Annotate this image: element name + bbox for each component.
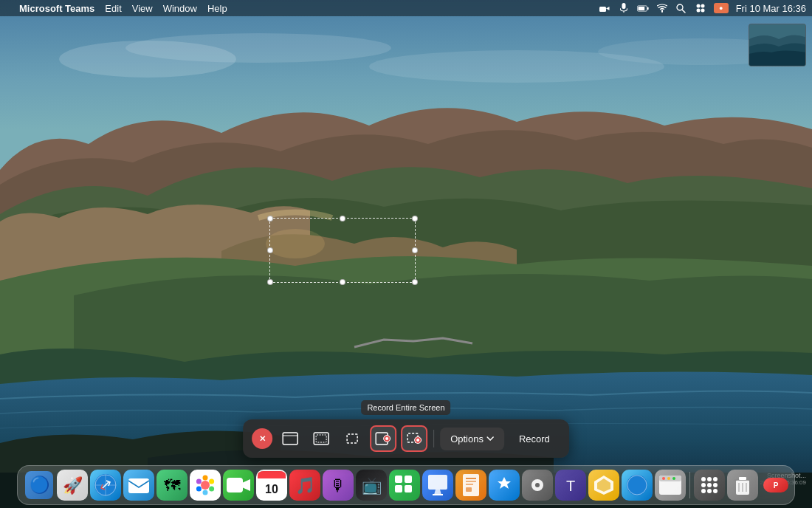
control-center-menubar-icon[interactable] — [695, 2, 706, 14]
svg-point-42 — [209, 479, 214, 484]
toolbar-divider — [433, 430, 434, 447]
svg-point-2 — [125, 33, 391, 63]
dock-item-pages[interactable] — [455, 470, 486, 501]
svg-point-13 — [677, 4, 683, 10]
svg-rect-59 — [428, 475, 447, 490]
svg-point-77 — [672, 477, 675, 480]
svg-point-75 — [662, 477, 665, 480]
menu-bar-left: Microsoft Teams Edit View Window Help — [6, 3, 227, 14]
record-label: Record — [519, 433, 550, 444]
dock-item-podcasts[interactable]: 🎙 — [323, 470, 354, 501]
svg-point-67 — [535, 483, 540, 487]
svg-rect-24 — [347, 434, 357, 443]
svg-point-79 — [707, 477, 712, 481]
dock-item-photos[interactable] — [190, 470, 221, 501]
svg-point-40 — [201, 481, 210, 490]
dock-item-teams[interactable]: T — [555, 470, 586, 501]
svg-rect-57 — [395, 485, 402, 492]
dock-item-finder[interactable]: 🔵 — [24, 470, 55, 501]
svg-point-83 — [713, 483, 718, 487]
screenshot-preview — [749, 24, 805, 66]
svg-point-84 — [701, 489, 706, 493]
svg-point-5 — [266, 229, 325, 258]
svg-text:🎙: 🎙 — [330, 476, 346, 495]
menu-bar: Microsoft Teams Edit View Window Help — [0, 0, 812, 16]
svg-rect-8 — [622, 3, 625, 9]
svg-rect-61 — [463, 474, 479, 496]
dock-item-appstore[interactable] — [489, 470, 520, 501]
dock-item-music[interactable]: 🎵 — [289, 470, 320, 501]
svg-rect-12 — [638, 6, 644, 10]
svg-text:📺: 📺 — [362, 476, 382, 495]
dock-item-trash[interactable] — [727, 470, 758, 501]
capture-fullscreen-button[interactable] — [308, 425, 334, 452]
dock-item-finder-window[interactable] — [655, 470, 686, 501]
menu-edit[interactable]: Edit — [105, 3, 121, 14]
toolbar-close-button[interactable]: ✕ — [252, 428, 272, 449]
svg-rect-50 — [258, 475, 286, 478]
dock-item-systemprefs[interactable] — [522, 470, 553, 501]
menu-view[interactable]: View — [132, 3, 153, 14]
svg-point-80 — [713, 477, 718, 481]
screenshot-thumbnail — [749, 24, 806, 66]
svg-rect-55 — [395, 476, 402, 483]
svg-point-30 — [416, 439, 419, 442]
svg-point-44 — [203, 490, 208, 495]
svg-rect-11 — [647, 7, 648, 10]
spotlight-menubar-icon[interactable] — [675, 2, 687, 14]
svg-text:🚀: 🚀 — [63, 476, 83, 495]
dock-item-popclip[interactable]: P — [763, 478, 788, 492]
svg-rect-7 — [599, 7, 606, 12]
dock-item-mail[interactable] — [123, 470, 154, 501]
record-selection-button[interactable] — [401, 425, 427, 452]
svg-text:🎵: 🎵 — [295, 476, 316, 495]
capture-window-button[interactable] — [277, 425, 303, 452]
svg-point-15 — [696, 4, 700, 8]
capture-selection-button[interactable] — [339, 425, 365, 452]
svg-text:🗺: 🗺 — [164, 476, 181, 495]
battery-menubar-icon[interactable] — [637, 2, 649, 14]
menu-bar-right: ● Fri 10 Mar 16:36 — [599, 2, 806, 14]
dock-item-safari[interactable] — [90, 470, 121, 501]
record-button[interactable]: Record — [509, 428, 560, 450]
svg-point-78 — [701, 477, 706, 481]
svg-point-82 — [707, 483, 712, 487]
svg-point-41 — [203, 476, 208, 481]
dock-item-calendar[interactable]: 10 — [256, 470, 287, 501]
svg-rect-47 — [227, 478, 243, 492]
datetime-display: Fri 10 Mar 16:36 — [736, 3, 806, 14]
camera-menubar-icon[interactable] — [599, 2, 610, 14]
dock-item-grid[interactable] — [694, 470, 725, 501]
svg-rect-58 — [405, 485, 412, 492]
dock-item-numbers[interactable] — [389, 470, 420, 501]
dock-item-sketch[interactable] — [588, 470, 619, 501]
options-label: Options — [450, 433, 484, 444]
toolbar-tooltip: Record Entire Screen — [361, 400, 450, 415]
svg-rect-38 — [128, 478, 149, 493]
focus-menubar-icon[interactable]: ● — [714, 3, 729, 13]
dock-item-maps[interactable]: 🗺 — [156, 470, 187, 501]
svg-point-46 — [196, 479, 202, 484]
dock-item-appletv[interactable]: 📺 — [356, 470, 387, 501]
options-button[interactable]: Options — [440, 428, 504, 450]
app-name[interactable]: Microsoft Teams — [19, 3, 94, 14]
svg-rect-65 — [466, 487, 472, 492]
svg-point-27 — [385, 437, 388, 440]
menu-window[interactable]: Window — [163, 3, 197, 14]
wifi-menubar-icon[interactable] — [656, 2, 668, 14]
screenshot-toolbar: Record Entire Screen ✕ — [243, 400, 569, 458]
svg-point-81 — [701, 483, 706, 487]
svg-point-86 — [713, 489, 718, 493]
svg-point-17 — [696, 9, 700, 13]
dock: 🔵 🚀 🗺 10 🎵 🎙 📺 — [17, 465, 795, 505]
svg-point-43 — [209, 487, 214, 492]
dock-item-facetime[interactable] — [223, 470, 254, 501]
svg-text:T: T — [566, 478, 575, 494]
svg-point-16 — [701, 4, 704, 8]
menu-help[interactable]: Help — [207, 3, 227, 14]
mic-menubar-icon[interactable] — [618, 2, 630, 14]
dock-item-browser[interactable] — [622, 470, 653, 501]
record-screen-button[interactable] — [370, 425, 396, 452]
dock-item-launchpad[interactable]: 🚀 — [57, 470, 88, 501]
dock-item-keynote[interactable] — [422, 470, 453, 501]
